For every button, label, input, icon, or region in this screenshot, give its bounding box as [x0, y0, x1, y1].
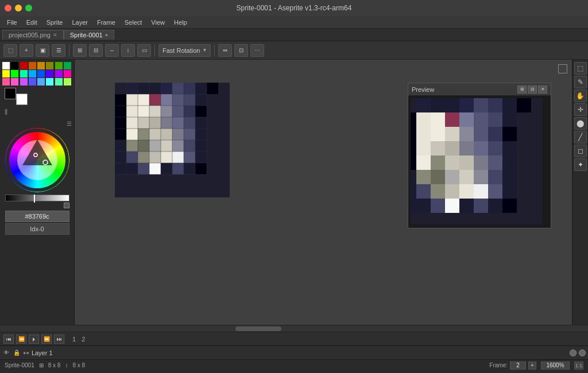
rtool-pan[interactable]: ✋ [574, 90, 587, 102]
frame-add-btn[interactable]: + [528, 362, 536, 370]
palette-cell[interactable] [64, 78, 71, 86]
preview-float-btn[interactable]: ⊟ [528, 86, 537, 94]
toolbar-transform4[interactable]: ↕ [121, 44, 135, 57]
preview-close-btn[interactable]: ✕ [538, 86, 547, 94]
menu-frame[interactable]: Frame [92, 18, 120, 27]
frame-input[interactable] [510, 362, 526, 370]
tab-sprite0001-close[interactable]: ● [105, 32, 108, 38]
palette-cell[interactable] [55, 62, 63, 69]
layer-visibility-icon[interactable]: 👁 [2, 349, 10, 357]
maximize-button[interactable] [25, 5, 32, 11]
close-button[interactable] [5, 5, 11, 11]
h-scrollbar-thumb[interactable] [235, 327, 281, 331]
svg-rect-23 [184, 106, 195, 117]
svg-rect-116 [411, 156, 416, 170]
palette-cell[interactable] [20, 70, 28, 77]
sprite-dimensions2: ↕ [65, 362, 68, 368]
rtool-marquee[interactable]: ⬚ [574, 62, 587, 75]
palette-cell[interactable] [11, 70, 18, 77]
palette-cell[interactable] [46, 62, 53, 69]
toolbar-menu-btn[interactable]: ☰ [52, 44, 65, 57]
palette-cell[interactable] [55, 78, 63, 86]
fg-color-swatch[interactable] [5, 88, 16, 99]
minimize-button[interactable] [15, 5, 22, 11]
tl-prev-btn[interactable]: ⏪ [16, 335, 26, 344]
palette-cell[interactable] [29, 78, 36, 86]
canvas-area[interactable]: Preview ⊞ ⊟ ✕ [75, 60, 572, 325]
palette-cell[interactable] [2, 62, 10, 69]
h-scrollbar[interactable] [0, 325, 588, 332]
palette-cell[interactable] [11, 78, 18, 86]
palette-cell[interactable] [37, 70, 45, 77]
menu-file[interactable]: File [2, 18, 22, 27]
palette-cell[interactable] [37, 62, 45, 69]
palette-cell[interactable] [11, 62, 18, 69]
brightness-bar[interactable] [5, 195, 69, 201]
toolbar-more[interactable]: ⋯ [250, 44, 264, 57]
toolbar-transform3[interactable]: ↔ [105, 44, 119, 57]
toolbar-flip-h[interactable]: ⇔ [218, 44, 232, 57]
rtool-eraser[interactable]: ◻ [574, 145, 587, 157]
tl-last-btn[interactable]: ⏭ [54, 335, 64, 344]
layer-link-icon[interactable]: ●● [23, 350, 29, 356]
palette-cell[interactable] [2, 70, 10, 77]
rtool-eyedrop[interactable]: ✦ [574, 158, 587, 171]
color-wheel-menu-icon[interactable]: ☰ [67, 121, 72, 127]
svg-rect-146 [488, 199, 502, 213]
menu-select[interactable]: Select [120, 18, 147, 27]
svg-rect-137 [474, 184, 488, 199]
color-wheel-svg[interactable] [5, 128, 69, 192]
menu-edit[interactable]: Edit [22, 18, 42, 27]
palette-cell[interactable] [64, 62, 71, 69]
svg-rect-21 [161, 106, 172, 117]
layer-bar: 👁 🔒 ●● Layer 1 [0, 345, 588, 359]
rtool-move[interactable]: ✛ [574, 103, 587, 116]
menu-sprite[interactable]: Sprite [42, 18, 68, 27]
preview-expand-btn[interactable]: ⊞ [517, 86, 527, 94]
palette-cell[interactable] [46, 78, 53, 86]
menu-layer[interactable]: Layer [67, 18, 92, 27]
rtool-fill[interactable]: ⬤ [574, 117, 587, 130]
tab-project005[interactable]: project005.png ✕ [2, 30, 64, 40]
tl-next-btn[interactable]: ⏩ [41, 335, 52, 344]
menu-view[interactable]: View [146, 18, 169, 27]
palette-cell[interactable] [64, 70, 71, 77]
zoom-input[interactable] [541, 362, 570, 370]
tab-project005-close[interactable]: ✕ [53, 32, 57, 38]
traffic-lights[interactable] [5, 5, 32, 11]
rotation-dropdown[interactable]: Fast Rotation ▼ [158, 44, 211, 57]
toolbar-flip-v[interactable]: ⊡ [234, 44, 248, 57]
bg-color-swatch[interactable] [16, 94, 28, 105]
rtool-pencil[interactable]: ✎ [574, 76, 587, 88]
palette-cell[interactable] [20, 62, 28, 69]
color-picker-small[interactable] [64, 203, 69, 208]
palette-cell[interactable] [46, 70, 53, 77]
menu-help[interactable]: Help [169, 18, 192, 27]
toolbar-transform2[interactable]: ⊟ [89, 44, 103, 57]
toolbar-select-mode[interactable]: ▭ [137, 44, 151, 57]
palette-cell[interactable] [20, 78, 28, 86]
tl-first-btn[interactable]: ⏮ [3, 335, 14, 344]
layer-dot-2[interactable] [579, 349, 586, 356]
palette-cell[interactable] [29, 62, 36, 69]
palette-cell[interactable] [37, 78, 45, 86]
ratio-btn[interactable]: 1:1 [574, 362, 583, 370]
svg-rect-63 [184, 163, 195, 174]
svg-rect-46 [172, 140, 184, 151]
palette-cell[interactable] [29, 70, 36, 77]
tl-play-btn[interactable]: ⏵ [29, 335, 39, 344]
rtool-line[interactable]: ╱ [574, 131, 587, 143]
toolbar-transform1[interactable]: ⊞ [73, 44, 87, 57]
palette-cell[interactable] [2, 78, 10, 86]
svg-rect-11 [138, 94, 149, 106]
layer-lock-icon[interactable]: 🔒 [13, 349, 21, 357]
preview-content [408, 96, 551, 228]
hex-input[interactable] [5, 211, 69, 222]
tab-sprite0001[interactable]: Sprite-0001 ● [64, 30, 114, 40]
layer-dot-1[interactable] [570, 349, 577, 356]
palette-cell[interactable] [55, 70, 63, 77]
toolbar-grid-btn[interactable]: ▣ [36, 44, 49, 57]
toolbar-marquee-btn[interactable]: ⬚ [3, 44, 17, 57]
toolbar-add-btn[interactable]: + [20, 44, 33, 57]
svg-rect-140 [411, 199, 416, 213]
